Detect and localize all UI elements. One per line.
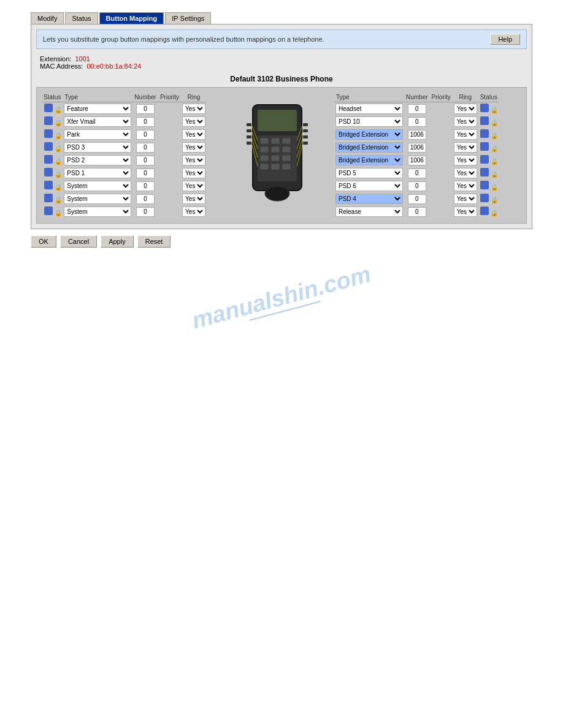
right-number-input[interactable]	[408, 104, 426, 114]
right-row-number[interactable]	[404, 180, 430, 192]
left-row-ring[interactable]: Yes	[181, 141, 207, 154]
left-ring-select[interactable]: Yes	[182, 142, 205, 153]
lock-icon[interactable]: 🔒	[55, 145, 61, 153]
right-row-type[interactable]: Bridged Extension	[334, 154, 404, 167]
right-row-ring[interactable]: Yes	[453, 180, 478, 192]
tab-ip-settings[interactable]: IP Settings	[165, 12, 211, 24]
left-row-number[interactable]	[132, 115, 158, 128]
right-number-input[interactable]	[408, 194, 426, 204]
lock-icon[interactable]: 🔒	[55, 107, 61, 114]
left-row-ring[interactable]: Yes	[181, 167, 207, 180]
left-number-input[interactable]	[136, 156, 155, 165]
left-number-input[interactable]	[136, 207, 155, 217]
right-row-ring[interactable]: Yes	[453, 141, 478, 154]
left-row-type[interactable]: PSD 1	[63, 167, 132, 180]
right-type-select[interactable]: Headset	[335, 104, 403, 114]
left-row-number[interactable]	[132, 128, 158, 141]
tab-modify[interactable]: Modify	[31, 12, 64, 24]
right-row-type[interactable]: Bridged Extension	[334, 128, 404, 141]
lock-icon[interactable]: 🔒	[55, 184, 61, 191]
tab-status[interactable]: Status	[65, 12, 98, 24]
left-ring-select[interactable]: Yes	[182, 104, 205, 114]
right-ring-select[interactable]: Yes	[454, 116, 477, 127]
right-type-select[interactable]: PSD 4	[335, 194, 403, 204]
right-row-type[interactable]: PSD 4	[334, 192, 404, 205]
lock-icon[interactable]: 🔒	[491, 158, 497, 165]
tab-button-mapping[interactable]: Button Mapping	[99, 12, 164, 24]
gear-icon[interactable]	[480, 194, 489, 202]
left-row-number[interactable]	[132, 141, 158, 154]
right-ring-select[interactable]: Yes	[454, 181, 477, 191]
right-ring-select[interactable]: Yes	[454, 142, 477, 153]
right-row-type[interactable]: PSD 5	[334, 167, 404, 180]
left-row-number[interactable]	[132, 192, 158, 205]
left-number-input[interactable]	[136, 194, 155, 204]
left-row-number[interactable]	[132, 180, 158, 192]
right-number-input[interactable]	[408, 130, 426, 140]
right-type-select[interactable]: PSD 5	[335, 168, 403, 178]
left-row-number[interactable]	[132, 205, 158, 218]
right-type-select[interactable]: Bridged Extension	[335, 129, 403, 140]
left-row-type[interactable]: System	[63, 205, 132, 218]
right-number-input[interactable]	[408, 143, 426, 153]
lock-icon[interactable]: 🔒	[491, 171, 497, 178]
gear-icon[interactable]	[44, 194, 53, 202]
right-row-type[interactable]: Bridged Extension	[334, 141, 404, 154]
right-row-type[interactable]: PSD 10	[334, 115, 404, 128]
right-type-select[interactable]: Bridged Extension	[335, 155, 403, 165]
right-ring-select[interactable]: Yes	[454, 194, 477, 204]
gear-icon[interactable]	[480, 116, 489, 125]
gear-icon[interactable]	[480, 207, 489, 215]
left-ring-select[interactable]: Yes	[182, 194, 205, 204]
right-ring-select[interactable]: Yes	[454, 104, 477, 114]
right-row-ring[interactable]: Yes	[453, 102, 478, 116]
left-type-select[interactable]: Xfer Vmail	[64, 116, 131, 127]
right-row-number[interactable]	[404, 154, 430, 167]
lock-icon[interactable]: 🔒	[55, 197, 61, 204]
left-number-input[interactable]	[136, 130, 155, 140]
left-row-type[interactable]: PSD 2	[63, 154, 132, 167]
gear-icon[interactable]	[44, 181, 53, 189]
left-row-ring[interactable]: Yes	[181, 154, 207, 167]
right-number-input[interactable]	[408, 156, 426, 165]
right-row-type[interactable]: PSD 6	[334, 180, 404, 192]
left-type-select[interactable]: Feature	[64, 104, 131, 114]
lock-icon[interactable]: 🔒	[55, 132, 61, 140]
left-row-ring[interactable]: Yes	[181, 205, 207, 218]
left-row-type[interactable]: Feature	[63, 102, 132, 116]
left-row-type[interactable]: System	[63, 192, 132, 205]
gear-icon[interactable]	[480, 142, 489, 151]
right-ring-select[interactable]: Yes	[454, 129, 477, 140]
gear-icon[interactable]	[44, 142, 53, 151]
gear-icon[interactable]	[480, 129, 489, 138]
lock-icon[interactable]: 🔒	[491, 184, 497, 191]
left-row-ring[interactable]: Yes	[181, 115, 207, 128]
left-number-input[interactable]	[136, 143, 155, 153]
gear-icon[interactable]	[44, 168, 53, 176]
right-row-ring[interactable]: Yes	[453, 154, 478, 167]
gear-icon[interactable]	[480, 181, 489, 189]
lock-icon[interactable]: 🔒	[55, 158, 61, 165]
right-row-number[interactable]	[404, 115, 430, 128]
ok-button[interactable]: OK	[31, 235, 56, 248]
left-type-select[interactable]: PSD 2	[64, 155, 131, 165]
left-ring-select[interactable]: Yes	[182, 181, 205, 191]
reset-button[interactable]: Reset	[137, 235, 171, 248]
left-row-ring[interactable]: Yes	[181, 180, 207, 192]
lock-icon[interactable]: 🔒	[55, 171, 61, 178]
gear-icon[interactable]	[44, 155, 53, 164]
right-row-number[interactable]	[404, 102, 430, 116]
left-row-ring[interactable]: Yes	[181, 128, 207, 141]
left-row-number[interactable]	[132, 154, 158, 167]
right-row-ring[interactable]: Yes	[453, 192, 478, 205]
left-type-select[interactable]: System	[64, 181, 131, 191]
right-number-input[interactable]	[408, 169, 426, 178]
cancel-button[interactable]: Cancel	[60, 235, 97, 248]
right-number-input[interactable]	[408, 181, 426, 191]
left-row-ring[interactable]: Yes	[181, 192, 207, 205]
left-number-input[interactable]	[136, 181, 155, 191]
lock-icon[interactable]: 🔒	[491, 132, 497, 140]
gear-icon[interactable]	[44, 116, 53, 125]
left-type-select[interactable]: PSD 3	[64, 142, 131, 153]
lock-icon[interactable]: 🔒	[491, 145, 497, 153]
